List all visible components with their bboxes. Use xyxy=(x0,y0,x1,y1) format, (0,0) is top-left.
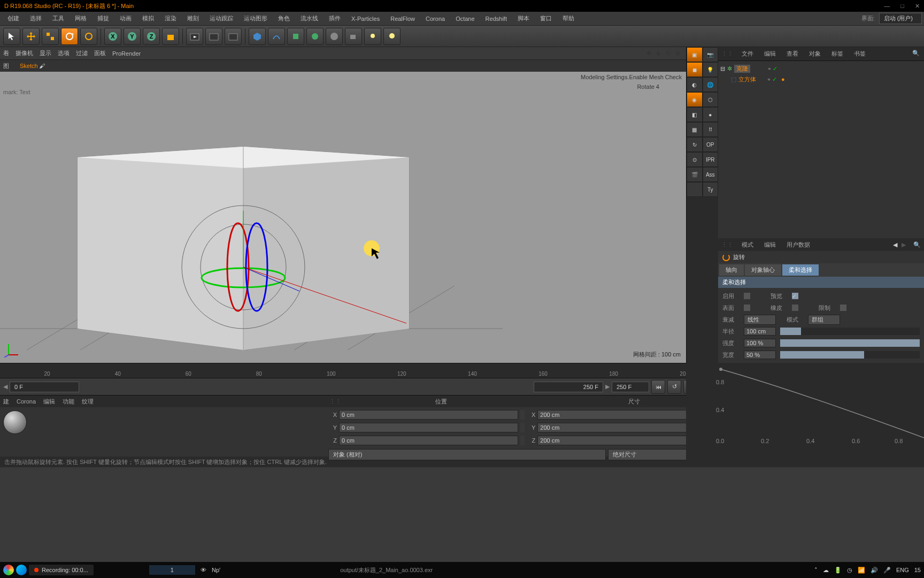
tool-select[interactable] xyxy=(3,28,20,45)
menu-animate[interactable]: 动画 xyxy=(114,12,137,25)
obj-tab-file[interactable]: 文件 xyxy=(736,48,759,60)
layer-dot[interactable]: ▫ xyxy=(768,76,770,82)
tray-vol-icon[interactable]: 🔊 xyxy=(871,567,878,574)
palette-ty[interactable]: Ty xyxy=(703,182,719,197)
palette-btn-10[interactable]: ● xyxy=(703,107,719,122)
tool-misc[interactable] xyxy=(383,28,401,45)
vp-menu-prorender[interactable]: ProRender xyxy=(112,50,141,57)
obj-tab-edit[interactable]: 编辑 xyxy=(759,48,781,60)
tool-move[interactable] xyxy=(22,28,40,45)
menu-pipeline[interactable]: 流水线 xyxy=(295,12,324,25)
vp-nav-icon[interactable]: ✥ xyxy=(646,50,654,57)
tool-scale[interactable] xyxy=(42,28,59,45)
menu-motion-tracker[interactable]: 运动跟踪 xyxy=(204,12,238,25)
subtab-object-axis[interactable]: 对象轴心 xyxy=(745,264,781,276)
combo-falloff[interactable]: 线性 xyxy=(744,315,776,325)
menu-simulate[interactable]: 模拟 xyxy=(137,12,159,25)
obj-tab-view[interactable]: 查看 xyxy=(781,48,804,60)
vp-menu-view[interactable]: 着 xyxy=(3,49,9,57)
mat-menu-texture[interactable]: 纹理 xyxy=(82,398,94,406)
palette-btn-9[interactable]: ◧ xyxy=(687,107,703,122)
vp-sub-view[interactable]: 图 xyxy=(3,62,9,70)
spinner[interactable] xyxy=(520,410,525,420)
attr-tab-mode[interactable]: 模式 xyxy=(736,239,759,251)
check-surface[interactable] xyxy=(744,305,750,311)
falloff-graph[interactable]: 0.8 0.4 0.0 0.2 0.4 0.6 0.8 xyxy=(686,363,924,463)
menu-plugins[interactable]: 插件 xyxy=(324,12,346,25)
mat-menu-function[interactable]: 功能 xyxy=(63,398,74,406)
layout-combo[interactable]: 启动 (用户) xyxy=(879,13,922,24)
palette-btn-4[interactable]: 💡 xyxy=(703,62,719,77)
menu-mograph[interactable]: 运动图形 xyxy=(238,12,273,25)
menu-mesh[interactable]: 网格 xyxy=(70,12,92,25)
menu-window[interactable]: 窗口 xyxy=(535,12,557,25)
chrome-icon[interactable] xyxy=(3,565,14,575)
menu-tools[interactable]: 工具 xyxy=(47,12,70,25)
vp-menu-camera[interactable]: 摄像机 xyxy=(16,49,33,57)
tool-light[interactable] xyxy=(364,28,381,45)
menu-script[interactable]: 脚本 xyxy=(512,12,535,25)
tray-onedrive-icon[interactable]: ☁ xyxy=(823,567,829,574)
task-recording[interactable]: Recording: 00:0... xyxy=(29,565,94,575)
tree-label-cube[interactable]: 立方体 xyxy=(738,75,756,83)
input-end-frame[interactable] xyxy=(612,382,649,392)
coord-combo-space[interactable]: 对象 (相对) xyxy=(328,449,606,460)
vp-menu-panel[interactable]: 面板 xyxy=(94,49,106,57)
slider-width[interactable] xyxy=(780,351,920,359)
tray-wifi-icon[interactable]: 📶 xyxy=(858,567,865,574)
mat-menu-corona[interactable]: Corona xyxy=(17,398,36,405)
menu-redshift[interactable]: Redshift xyxy=(480,13,512,24)
palette-btn-5[interactable]: ◐ xyxy=(687,77,703,92)
tool-rotate[interactable] xyxy=(61,28,78,45)
tool-generator[interactable] xyxy=(287,28,304,45)
tool-z-axis[interactable]: Z xyxy=(143,28,160,45)
tool-x-axis[interactable]: X xyxy=(104,28,121,45)
coord-pos-input[interactable] xyxy=(339,436,518,445)
nav-back-icon[interactable]: ◀ xyxy=(893,241,897,248)
edge-icon[interactable] xyxy=(16,565,27,575)
obj-tab-tags[interactable]: 标签 xyxy=(826,48,849,60)
spinner[interactable] xyxy=(520,423,525,432)
vp-menu-filter[interactable]: 过滤 xyxy=(76,49,88,57)
palette-btn-1[interactable]: ▣ xyxy=(687,47,703,62)
timeline-ruler[interactable]: 20 40 60 80 100 120 140 160 180 200 220 … xyxy=(0,363,924,378)
tag-icon[interactable]: ● xyxy=(781,76,785,82)
vp-rotate-icon[interactable]: ↻ xyxy=(666,50,673,57)
input-preview-end[interactable] xyxy=(534,382,603,392)
tool-primitive[interactable] xyxy=(249,28,266,45)
palette-btn-6[interactable]: 🌐 xyxy=(703,77,719,92)
obj-tab-objects[interactable]: 对象 xyxy=(804,48,826,60)
tray-up-icon[interactable]: ˄ xyxy=(814,567,818,574)
eye-icon[interactable]: 👁 xyxy=(201,567,206,573)
check-limit[interactable] xyxy=(840,305,846,311)
menu-render[interactable]: 渲染 xyxy=(159,12,182,25)
tool-y-axis[interactable]: Y xyxy=(124,28,141,45)
spinner[interactable] xyxy=(520,436,525,445)
subtab-axis[interactable]: 轴向 xyxy=(719,264,744,276)
input-start-frame[interactable] xyxy=(10,382,79,392)
object-tree[interactable]: ⊟ ✲ 克隆 ▫ ✓ ⬚ 立方体 ▫ ✓ ● xyxy=(718,61,924,238)
vp-menu-display[interactable]: 显示 xyxy=(40,49,51,57)
coord-pos-input[interactable] xyxy=(339,423,518,432)
menu-realflow[interactable]: RealFlow xyxy=(385,13,420,24)
menu-select[interactable]: 选择 xyxy=(25,12,47,25)
mat-menu-create[interactable]: 建 xyxy=(3,398,9,406)
palette-btn-16[interactable] xyxy=(687,182,703,197)
tree-label-cloner[interactable]: 克隆 xyxy=(734,65,750,73)
palette-btn-3[interactable]: ◼ xyxy=(687,62,703,77)
material-list[interactable] xyxy=(0,407,326,457)
palette-btn-14[interactable]: ⊙ xyxy=(687,152,703,167)
palette-op[interactable]: OP xyxy=(703,137,719,152)
slider-strength[interactable] xyxy=(780,339,920,347)
attr-tab-edit[interactable]: 编辑 xyxy=(759,239,781,251)
tool-camera[interactable] xyxy=(345,28,362,45)
tray-mic-icon[interactable]: 🎤 xyxy=(883,567,891,574)
subtab-soft-select[interactable]: 柔和选择 xyxy=(782,264,819,276)
palette-btn-7[interactable]: ◉ xyxy=(687,92,703,107)
palette-btn-15[interactable]: 🎬 xyxy=(687,167,703,182)
tool-environment[interactable] xyxy=(326,28,343,45)
vp-menu-options[interactable]: 选项 xyxy=(58,49,70,57)
tool-lasttool[interactable] xyxy=(80,28,97,45)
range-end-icon[interactable]: ▶ xyxy=(605,383,610,390)
tree-item-cube[interactable]: ⬚ 立方体 ▫ ✓ ● xyxy=(720,74,922,85)
